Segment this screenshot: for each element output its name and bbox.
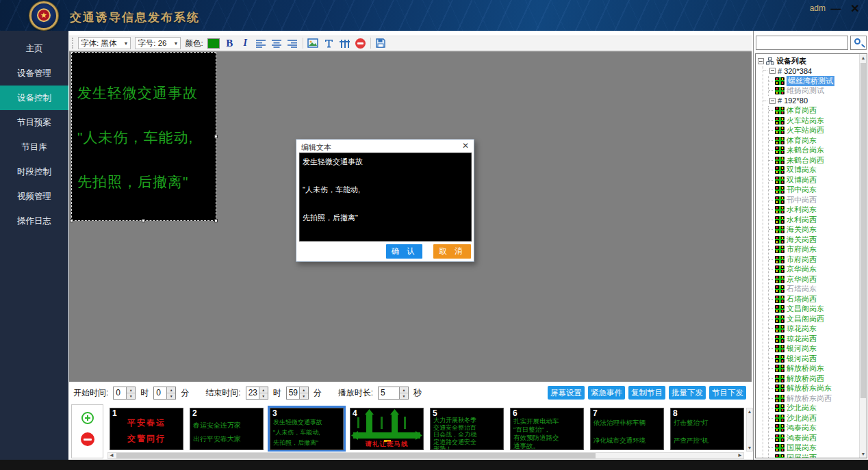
device-item[interactable]: 解放桥东岗西 (769, 393, 867, 404)
end-minute-input[interactable] (287, 387, 299, 399)
font-family-select[interactable]: 字体: 黑体 ▼ (78, 37, 131, 49)
minimize-button[interactable]: — (828, 1, 843, 16)
tree-group-192*80[interactable]: #192*80 (763, 96, 867, 106)
tree-collapse-icon[interactable] (769, 68, 776, 74)
device-item[interactable]: 体育岗东 (769, 135, 867, 146)
italic-button[interactable]: I (240, 37, 251, 49)
tree-collapse-icon[interactable] (769, 98, 776, 104)
spinner[interactable]: ▲▼ (126, 387, 135, 399)
frame-thumbnail-5[interactable]: 5大力开展秋冬季 交通安全整治百 日会战，全力稳 定道路交通安全 形势！ (430, 408, 504, 450)
align-center-button[interactable] (271, 37, 283, 49)
device-item[interactable]: 银河岗西 (769, 354, 867, 364)
spin-down-icon[interactable]: ▼ (400, 393, 408, 399)
spin-up-icon[interactable]: ▲ (127, 387, 135, 393)
dialog-textarea[interactable] (299, 153, 472, 241)
device-item[interactable]: 石塔岗东 (769, 285, 867, 295)
scroll-down-icon[interactable]: ▼ (860, 450, 867, 458)
scrollbar-thumb[interactable] (860, 63, 866, 398)
device-item[interactable]: 鸿泰岗东 (769, 423, 867, 434)
save-button[interactable] (375, 37, 387, 49)
device-item[interactable]: 国展岗东 (769, 443, 867, 454)
scrollbar-thumb[interactable] (116, 453, 596, 458)
bold-button[interactable]: B (224, 37, 235, 49)
action-button-5[interactable]: 节目下发 (709, 386, 746, 400)
device-item[interactable]: 琼花岗西 (769, 334, 867, 344)
device-item[interactable]: 海关岗东 (769, 225, 867, 235)
tree-group-320*384[interactable]: #320*384 (763, 66, 867, 77)
spin-down-icon[interactable]: ▼ (167, 393, 175, 399)
device-item[interactable]: 水利岗西 (769, 215, 867, 225)
start-minute-stepper[interactable]: ▲▼ (153, 387, 176, 400)
device-item[interactable]: 京华岗东 (769, 265, 867, 275)
close-button[interactable]: ✕ (847, 1, 863, 16)
insert-barrier-button[interactable] (339, 37, 350, 49)
frame-thumbnail-1[interactable]: 1平安春运 交警同行 (110, 408, 183, 450)
resize-handle-bottom-right[interactable] (214, 219, 218, 222)
sidebar-item-3[interactable]: 设备控制 (0, 86, 68, 110)
frame-thumbnail-6[interactable]: 6扎实开展电动车 "百日整治"， 有效预防道路交 通事故。 (510, 408, 584, 450)
device-item[interactable]: 国展岗西 (769, 453, 867, 458)
frame-thumbnail-2[interactable]: 2春运安全连万家 出行平安靠大家 (190, 408, 264, 450)
device-item[interactable]: 市府岗东 (769, 245, 867, 255)
resize-handle-right[interactable] (214, 135, 218, 138)
end-minute-stepper[interactable]: ▲▼ (286, 387, 309, 400)
tree-root-row[interactable]: 设备列表 (758, 56, 867, 66)
align-right-button[interactable] (287, 37, 298, 49)
device-item[interactable]: 螺丝湾桥测试 (769, 76, 867, 86)
cancel-button[interactable]: 取 消 (433, 244, 471, 259)
led-display-preview[interactable]: 发生轻微交通事故 "人未伤，车能动, 先拍照，后撤离" (71, 52, 216, 221)
device-item[interactable]: 石塔岗西 (769, 294, 867, 304)
device-item[interactable]: 双博岗西 (769, 175, 867, 185)
frame-thumbnail-3[interactable]: 3发生轻微交通事故 "人未伤，车能动, 先拍照，后撤离" (270, 408, 344, 450)
device-item[interactable]: 水利岗东 (769, 205, 867, 216)
device-item[interactable]: 体育岗西 (769, 106, 867, 116)
device-item[interactable]: 双博岗东 (769, 166, 867, 176)
device-item[interactable]: 文昌阁岗东 (769, 304, 867, 315)
duration-input[interactable] (379, 387, 399, 399)
scroll-left-icon[interactable]: ◄ (108, 453, 115, 458)
sidebar-item-7[interactable]: 视频管理 (0, 184, 68, 209)
tree-vertical-scrollbar[interactable]: ▲ ▼ (859, 54, 867, 458)
tree-collapse-icon[interactable] (758, 58, 764, 64)
remove-frame-button[interactable] (81, 432, 94, 446)
device-item[interactable]: 沙北岗东 (769, 404, 867, 414)
align-left-button[interactable] (255, 37, 267, 49)
confirm-button[interactable]: 确 认 (386, 244, 422, 259)
device-item[interactable]: 沙北岗西 (769, 413, 867, 423)
device-search-button[interactable] (850, 36, 867, 50)
device-item[interactable]: 文昌阁岗西 (769, 314, 867, 324)
sidebar-item-6[interactable]: 时段控制 (0, 159, 68, 184)
action-button-3[interactable]: 复制节目 (628, 386, 665, 400)
insert-image-button[interactable] (307, 37, 319, 49)
start-minute-input[interactable] (154, 387, 166, 399)
frame-thumbnail-8[interactable]: 8打击整治"灯 严查严控"机 (670, 408, 744, 450)
device-item[interactable]: 鸿泰岗西 (769, 433, 867, 443)
frame-thumbnail-7[interactable]: 7依法治理非标车辆 净化城市交通环境 (590, 408, 664, 450)
action-button-2[interactable]: 紧急事件 (588, 386, 625, 400)
font-size-select[interactable]: 字号: 26 ▼ (135, 37, 181, 49)
spinner[interactable]: ▲▼ (399, 387, 408, 399)
scroll-down-icon[interactable]: ▼ (747, 445, 752, 451)
device-item[interactable]: 来鹤台岗西 (769, 155, 867, 166)
device-item[interactable]: 邗中岗东 (769, 185, 867, 196)
scroll-right-icon[interactable]: ► (737, 453, 743, 458)
add-frame-button[interactable] (81, 412, 94, 424)
device-item[interactable]: 解放桥岗西 (769, 374, 867, 384)
device-item[interactable]: 市府岗西 (769, 254, 867, 265)
device-item[interactable]: 火车站岗西 (769, 126, 867, 136)
device-search-input[interactable] (756, 36, 848, 50)
spinner[interactable]: ▲▼ (299, 387, 308, 399)
vertical-scrollbar[interactable]: ▲ ▼ (746, 408, 753, 452)
spin-up-icon[interactable]: ▲ (400, 387, 408, 393)
sidebar-item-4[interactable]: 节目预案 (0, 110, 68, 135)
start-hour-input[interactable] (114, 387, 126, 399)
device-item[interactable]: 来鹤台岗东 (769, 146, 867, 156)
end-hour-input[interactable] (246, 387, 259, 399)
device-item[interactable]: 银河岗东 (769, 344, 867, 354)
sidebar-item-2[interactable]: 设备管理 (0, 61, 68, 86)
frame-thumbnail-4[interactable]: 4请礼让斑马线 (350, 408, 424, 450)
color-swatch[interactable] (207, 38, 220, 49)
spin-up-icon[interactable]: ▲ (167, 387, 175, 393)
action-button-1[interactable]: 屏幕设置 (548, 386, 585, 400)
resize-handle-bottom-left[interactable] (70, 219, 73, 222)
